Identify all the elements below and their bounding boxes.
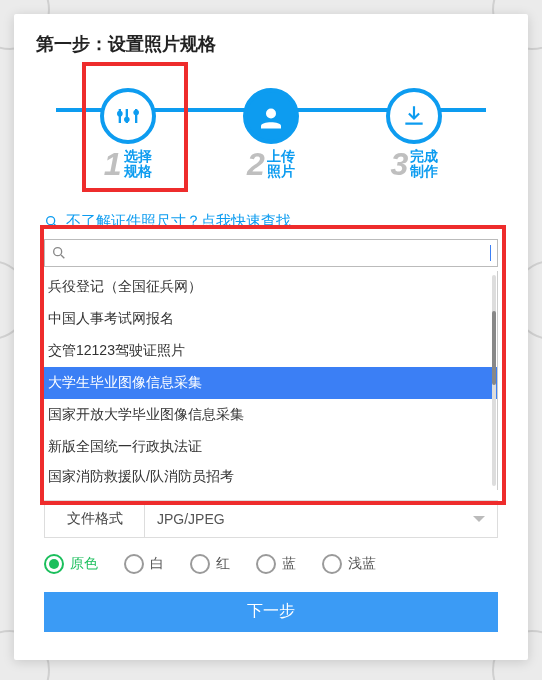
dropdown-item[interactable]: 大学生毕业图像信息采集 [44,367,497,399]
step-3-num: 3 [390,148,408,180]
color-label: 红 [216,555,230,573]
format-value: JPG/JPEG [157,511,225,527]
step-3-line1: 完成 [410,149,438,164]
dropdown-item[interactable]: 国家消防救援队/队消防员招考 [44,463,497,490]
svg-line-5 [54,224,57,227]
svg-point-3 [266,109,276,119]
dropdown-item[interactable]: 国家开放大学毕业图像信息采集 [44,399,497,431]
svg-point-1 [124,117,130,123]
color-option[interactable]: 原色 [44,554,98,574]
dropdown-item[interactable]: 兵役登记（全国征兵网） [44,271,497,303]
radio-icon [124,554,144,574]
color-option[interactable]: 白 [124,554,164,574]
color-option[interactable]: 浅蓝 [322,554,376,574]
sliders-icon [100,88,156,144]
svg-line-7 [61,255,64,258]
color-label: 原色 [70,555,98,573]
color-label: 浅蓝 [348,555,376,573]
format-label: 文件格式 [45,501,145,537]
step-2-line1: 上传 [267,149,295,164]
color-option[interactable]: 红 [190,554,230,574]
steps-bar: 1 选择 规格 2 上传 照片 [56,74,486,194]
color-label: 白 [150,555,164,573]
search-hint-link[interactable]: 不了解证件照尺寸？点我快速查找 [44,212,498,231]
scrollbar-track[interactable] [492,275,496,486]
dropdown-item[interactable]: 交管12123驾驶证照片 [44,335,497,367]
chevron-down-icon [473,516,485,522]
next-button[interactable]: 下一步 [44,592,498,632]
modal-title: 第一步：设置照片规格 [36,32,506,56]
radio-icon [190,554,210,574]
step-2-line2: 照片 [267,164,295,179]
step-1-line2: 规格 [124,164,152,179]
step-2: 2 上传 照片 [243,88,299,180]
photo-icon [243,88,299,144]
download-icon [386,88,442,144]
search-input[interactable] [73,245,484,261]
modal-panel: 第一步：设置照片规格 1 选择 规格 2 上传 [14,14,528,660]
color-option[interactable]: 蓝 [256,554,296,574]
radio-icon [44,554,64,574]
search-icon [44,214,60,230]
scrollbar-thumb[interactable] [492,311,496,385]
color-label: 蓝 [282,555,296,573]
radio-icon [256,554,276,574]
search-hint-text: 不了解证件照尺寸？点我快速查找 [66,212,291,231]
svg-point-2 [133,110,139,116]
dropdown-item[interactable]: 新版全国统一行政执法证 [44,431,497,463]
step-1-num: 1 [104,148,122,180]
step-1: 1 选择 规格 [100,88,156,180]
svg-point-4 [47,216,55,224]
radio-icon [322,554,342,574]
search-box[interactable] [44,239,498,267]
step-1-line1: 选择 [124,149,152,164]
dropdown-item[interactable]: 中国人事考试网报名 [44,303,497,335]
svg-point-6 [54,248,62,256]
size-dropdown: 兵役登记（全国征兵网）中国人事考试网报名交管12123驾驶证照片大学生毕业图像信… [44,271,498,490]
step-3: 3 完成 制作 [386,88,442,180]
format-select[interactable]: 文件格式 JPG/JPEG [44,500,498,538]
svg-point-0 [117,111,123,117]
color-options: 原色白红蓝浅蓝 [44,554,498,574]
step-3-line2: 制作 [410,164,438,179]
step-2-num: 2 [247,148,265,180]
search-icon [51,245,67,261]
